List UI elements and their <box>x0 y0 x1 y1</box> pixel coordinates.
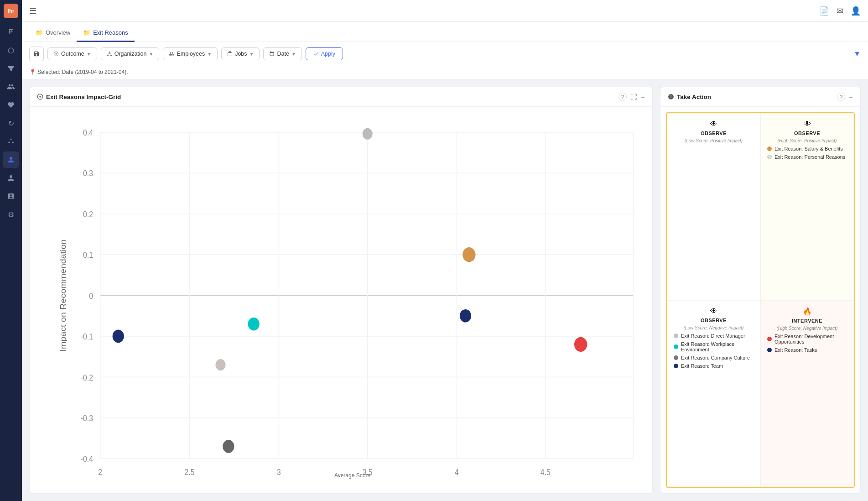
direct-manager-dot <box>674 334 678 338</box>
observe-icon-tl: 👁 <box>710 120 717 128</box>
company-culture-label: Exit Reason: Company Culture <box>681 355 750 360</box>
quadrant-tr-title: OBSERVE <box>794 130 820 136</box>
sidebar-item-layers[interactable]: ⬡ <box>3 42 19 58</box>
legend-team: Exit Reason: Team <box>674 363 754 369</box>
company-culture-dot <box>674 355 678 360</box>
point-personal[interactable] <box>574 337 587 352</box>
chart-actions: ? ⛶ − <box>619 93 645 101</box>
legend-direct-manager: Exit Reason: Direct Manager <box>674 333 754 339</box>
svg-rect-1 <box>9 142 10 143</box>
chart-panel-header: Exit Reasons Impact-Grid ? ⛶ − <box>30 87 652 107</box>
svg-text:-0.2: -0.2 <box>81 373 93 382</box>
document-icon[interactable]: 📄 <box>819 6 829 16</box>
chart-title-icon <box>37 94 43 100</box>
point-direct-manager[interactable] <box>215 359 225 371</box>
svg-text:-0.4: -0.4 <box>81 454 93 464</box>
tab-bar: 📁 Overview 📁 Exit Reasons <box>22 22 868 42</box>
legend-company-culture: Exit Reason: Company Culture <box>674 355 754 360</box>
quadrant-tl-title: OBSERVE <box>701 130 727 136</box>
quadrant-bottom-right: 🔥 INTERVENE (High Score, Negative Impact… <box>760 300 854 487</box>
point-salary[interactable] <box>463 247 475 262</box>
chart-fullscreen-button[interactable]: ⛶ <box>630 93 637 101</box>
jobs-label: Jobs <box>235 51 247 57</box>
tab-overview[interactable]: 📁 Overview <box>29 25 77 42</box>
selected-info-text: Selected: Date (2019-04 to 2021-04). <box>37 69 128 75</box>
point-dev-opps[interactable] <box>460 309 471 323</box>
save-button[interactable] <box>29 47 44 61</box>
chart-title-text: Exit Reasons Impact-Grid <box>46 94 121 100</box>
svg-text:0: 0 <box>89 292 93 301</box>
topbar: ☰ 📄 ✉ 👤 <box>22 0 868 22</box>
date-filter[interactable]: Date ▼ <box>263 47 301 60</box>
observe-icon-tr: 👁 <box>804 120 811 128</box>
scatter-plot-container: .axis-label { font-size: 11px; fill: #66… <box>30 107 652 493</box>
legend-personal: Exit Reason: Personal Reasons <box>767 154 847 160</box>
point-workplace[interactable] <box>248 318 260 331</box>
point-company-culture[interactable] <box>223 440 234 453</box>
hamburger-button[interactable]: ☰ <box>29 6 36 16</box>
svg-text:2: 2 <box>98 468 102 475</box>
sidebar-item-settings[interactable]: ⚙ <box>3 206 19 223</box>
sidebar-item-person2[interactable] <box>3 170 19 186</box>
action-title-icon <box>668 94 674 100</box>
sidebar-item-people[interactable] <box>3 78 19 95</box>
action-help-button[interactable]: ? <box>837 93 845 101</box>
chart-title: Exit Reasons Impact-Grid <box>37 94 121 100</box>
outcome-filter[interactable]: Outcome ▼ <box>47 47 97 60</box>
sidebar-item-refresh[interactable]: ↻ <box>3 115 19 131</box>
jobs-filter[interactable]: Jobs ▼ <box>221 47 260 60</box>
svg-text:0.3: 0.3 <box>83 169 93 178</box>
sidebar-item-heart[interactable] <box>3 97 19 113</box>
user-icon[interactable]: 👤 <box>851 6 861 16</box>
team-dot <box>674 364 678 368</box>
chart-panel: Exit Reasons Impact-Grid ? ⛶ − .axis-lab… <box>29 87 653 494</box>
organization-label: Organization <box>114 51 147 57</box>
personal-dot <box>767 155 772 159</box>
tasks-dot <box>767 348 772 352</box>
tab-exit-reasons[interactable]: 📁 Exit Reasons <box>77 25 135 42</box>
scatter-plot-svg: .axis-label { font-size: 11px; fill: #66… <box>57 116 648 475</box>
mail-icon[interactable]: ✉ <box>837 6 843 16</box>
emp-arrow: ▼ <box>207 52 212 57</box>
quadrant-bl-subtitle: (Low Score, Negative Impact) <box>684 325 744 330</box>
svg-text:Impact on Recommendation: Impact on Recommendation <box>58 240 68 352</box>
svg-text:4.5: 4.5 <box>541 468 551 475</box>
app-logo[interactable]: fhr <box>4 4 18 18</box>
apply-button[interactable]: Apply <box>306 47 343 60</box>
team-label: Exit Reason: Team <box>681 363 723 369</box>
org-arrow: ▼ <box>149 52 154 57</box>
workplace-dot <box>674 344 678 349</box>
sidebar-item-people-active[interactable] <box>3 151 19 168</box>
organization-filter[interactable]: Organization ▼ <box>101 47 160 60</box>
chart-help-button[interactable]: ? <box>619 93 627 101</box>
svg-text:0.4: 0.4 <box>83 128 93 137</box>
sidebar-item-report[interactable] <box>3 188 19 204</box>
sidebar-item-org[interactable] <box>3 133 19 150</box>
tab-overview-label: Overview <box>46 29 70 36</box>
intervene-icon: 🔥 <box>803 307 812 316</box>
outcome-label: Outcome <box>61 51 84 57</box>
svg-text:4: 4 <box>455 468 459 475</box>
personal-label: Exit Reason: Personal Reasons <box>774 154 845 160</box>
dev-opps-dot <box>767 337 772 341</box>
action-panel: Take Action ? − 👁 OBSERVE (Low Score, Po… <box>660 87 861 494</box>
chart-collapse-button[interactable]: − <box>641 93 645 101</box>
workplace-label: Exit Reason: Workplace Environment <box>681 341 754 352</box>
quadrant-top-right: 👁 OBSERVE (High Score, Positive Impact) … <box>760 113 854 300</box>
svg-rect-7 <box>110 55 112 56</box>
tab-exit-reasons-label: Exit Reasons <box>93 29 128 36</box>
sidebar-item-filter[interactable] <box>3 60 19 77</box>
employees-filter[interactable]: Employees ▼ <box>163 47 218 60</box>
action-grid: 👁 OBSERVE (Low Score, Positive Impact) 👁… <box>666 112 855 488</box>
svg-text:2.5: 2.5 <box>185 468 195 475</box>
point-unknown[interactable] <box>363 128 373 140</box>
salary-dot <box>767 146 772 151</box>
main-area: ☰ 📄 ✉ 👤 📁 Overview 📁 Exit Reasons Outcom… <box>22 0 868 501</box>
overview-tab-icon: 📁 <box>36 29 43 36</box>
global-filter-icon[interactable]: ▼ <box>853 50 861 58</box>
observe-icon-bl: 👁 <box>710 307 717 315</box>
sidebar-item-monitor[interactable]: 🖥 <box>3 24 19 40</box>
point-tasks[interactable] <box>113 330 124 343</box>
action-collapse-button[interactable]: − <box>849 93 853 101</box>
legend-salary: Exit Reason: Salary & Benefits <box>767 146 847 151</box>
